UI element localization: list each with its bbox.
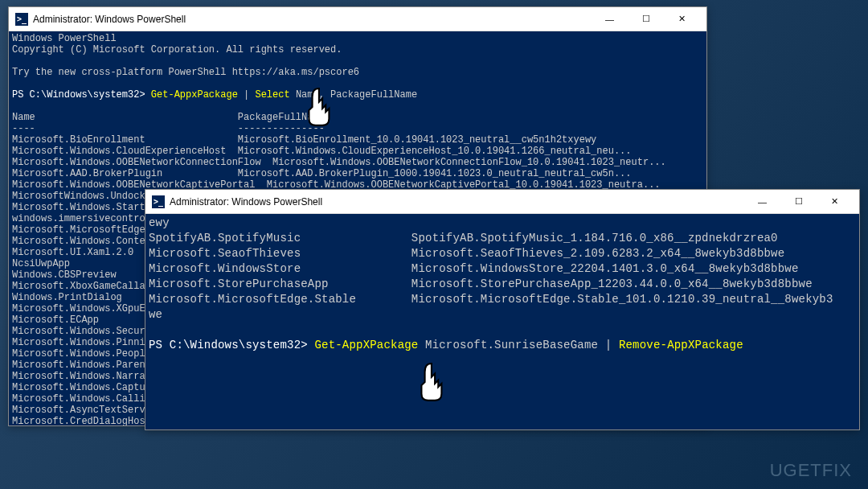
powershell-icon: >_ xyxy=(152,195,165,208)
powershell-window-2: >_ Administrator: Windows PowerShell — ☐… xyxy=(145,189,860,430)
maximize-button[interactable]: ☐ xyxy=(628,8,664,31)
minimize-button[interactable]: — xyxy=(744,191,780,213)
window-title-2: Administrator: Windows PowerShell xyxy=(170,196,744,208)
terminal-2[interactable]: ewy SpotifyAB.SpotifyMusic SpotifyAB.Spo… xyxy=(145,214,859,429)
window-title-1: Administrator: Windows PowerShell xyxy=(33,14,592,25)
powershell-icon: >_ xyxy=(15,13,28,26)
maximize-button[interactable]: ☐ xyxy=(780,191,817,213)
minimize-button[interactable]: — xyxy=(592,8,628,31)
titlebar-2[interactable]: >_ Administrator: Windows PowerShell — ☐… xyxy=(145,190,859,214)
window-controls-1: — ☐ ✕ xyxy=(592,8,700,31)
window-controls-2: — ☐ ✕ xyxy=(744,191,853,213)
titlebar-1[interactable]: >_ Administrator: Windows PowerShell — ☐… xyxy=(9,7,706,31)
watermark: UGETFIX xyxy=(770,460,852,481)
close-button[interactable]: ✕ xyxy=(664,8,700,31)
close-button[interactable]: ✕ xyxy=(817,191,853,213)
